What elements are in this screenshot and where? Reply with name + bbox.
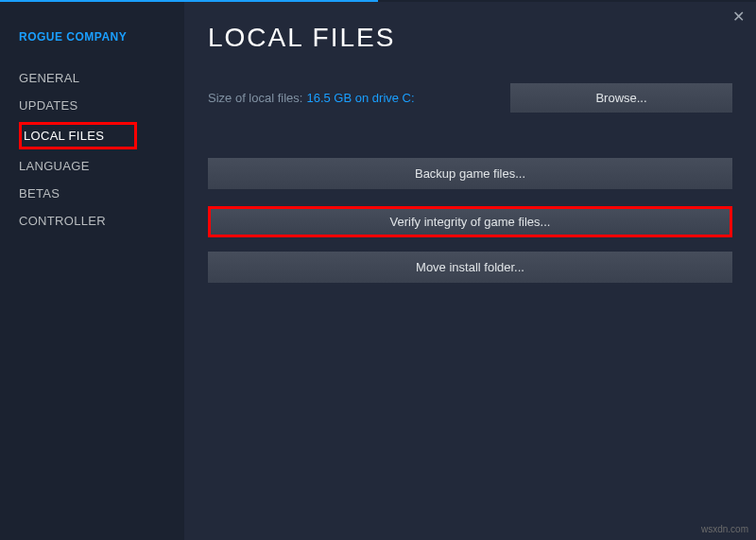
page-title: LOCAL FILES bbox=[208, 23, 732, 53]
main-container: ROGUE COMPANY GENERAL UPDATES LOCAL FILE… bbox=[0, 2, 756, 540]
sidebar: ROGUE COMPANY GENERAL UPDATES LOCAL FILE… bbox=[0, 2, 184, 540]
size-row: Size of local files: 16.5 GB on drive C:… bbox=[208, 83, 732, 113]
size-value: 16.5 GB on drive C: bbox=[306, 91, 414, 105]
browse-button[interactable]: Browse... bbox=[510, 83, 732, 113]
watermark: wsxdn.com bbox=[701, 524, 748, 534]
sidebar-item-controller[interactable]: CONTROLLER bbox=[19, 207, 184, 235]
main-panel: LOCAL FILES Size of local files: 16.5 GB… bbox=[184, 2, 756, 540]
sidebar-title: ROGUE COMPANY bbox=[19, 30, 184, 44]
verify-integrity-button[interactable]: Verify integrity of game files... bbox=[208, 206, 732, 237]
sidebar-item-language[interactable]: LANGUAGE bbox=[19, 152, 184, 180]
backup-button[interactable]: Backup game files... bbox=[208, 158, 732, 189]
sidebar-item-updates[interactable]: UPDATES bbox=[19, 92, 184, 119]
sidebar-item-local-files[interactable]: LOCAL FILES bbox=[19, 122, 137, 149]
size-label: Size of local files: bbox=[208, 91, 302, 105]
move-folder-button[interactable]: Move install folder... bbox=[208, 252, 732, 283]
close-icon[interactable]: ✕ bbox=[732, 8, 745, 26]
sidebar-item-general[interactable]: GENERAL bbox=[19, 64, 184, 92]
sidebar-item-betas[interactable]: BETAS bbox=[19, 180, 184, 207]
